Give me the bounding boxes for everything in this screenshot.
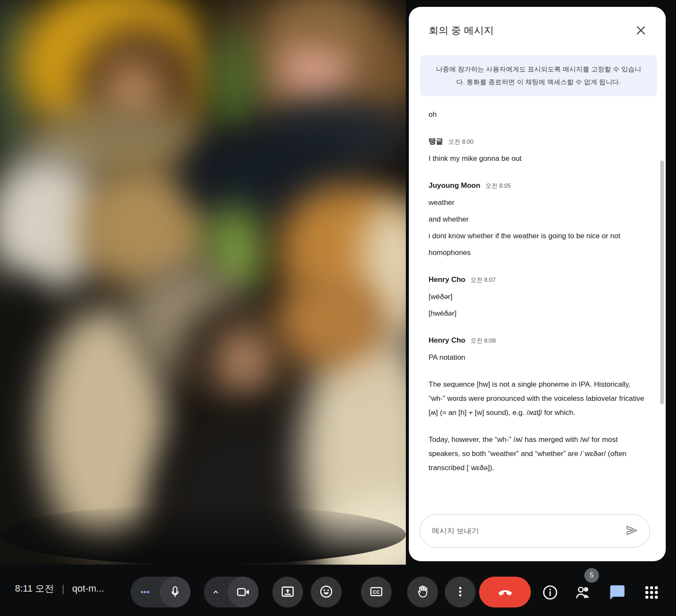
message-header: Juyoung Moon오전 8:05 [429,178,647,193]
hang-up-button[interactable] [479,577,531,607]
message-text: PA notation [429,350,647,364]
sender-name: Juyoung Moon [429,181,480,190]
more-options-button[interactable] [445,577,476,607]
clock-time: 8:11 오전 [15,582,54,595]
send-icon [624,523,639,539]
voice-activity-dots-icon [131,587,160,597]
message-header: Henry Cho오전 8:08 [429,333,647,348]
microphone-button[interactable] [131,577,191,607]
sender-name: Henry Cho [429,336,465,344]
message-text: Today, however, the “wh-” /ʍ/ has merged… [429,432,647,475]
chat-icon [609,584,626,602]
message-input-container [420,514,650,548]
video-blur-shape [274,274,385,368]
sender-name: 탱글 [429,137,443,145]
chat-panel: 회의 중 메시지 나중에 참가하는 사용자에게도 표시되도록 메시지를 고정할 … [409,7,666,561]
message-group: 탱글오전 8:00I think my mike gonna be out [429,134,647,166]
close-icon [635,24,647,38]
separator: | [62,583,64,595]
message-text: i dont know whether if the weather is go… [429,229,647,243]
meeting-info: 8:11 오전 | qot-m... [15,561,104,616]
message-group: Henry Cho오전 8:07[wéðər][hwéðər] [429,272,647,320]
message-time: 오전 8:07 [471,276,496,283]
message-time: 오전 8:00 [448,138,473,145]
present-screen-button[interactable] [272,577,303,607]
participants-button[interactable] [570,580,596,606]
video-blur-shape [214,325,274,398]
emoji-icon [319,584,334,600]
control-bar: 8:11 오전 | qot-m... [0,561,676,616]
people-icon [574,583,592,603]
video-bottom-fade [0,505,406,565]
info-icon [542,584,559,602]
message-header: 탱글오전 8:00 [429,134,647,149]
message-group: oh [429,107,647,121]
chat-scrollbar[interactable] [660,160,664,404]
message-time: 오전 8:05 [485,182,511,189]
hang-up-icon [497,583,513,601]
chevron-up-icon [204,586,228,598]
message-input[interactable] [432,527,622,536]
message-text: I think my mike gonna be out [429,151,647,166]
svg-text:CC: CC [373,589,380,594]
message-group: Henry Cho오전 8:08PA notation [429,333,647,364]
close-chat-button[interactable] [633,23,649,38]
chat-button[interactable] [605,580,630,606]
emoji-reactions-button[interactable] [311,577,342,607]
message-group: The sequence [hw] is not a single phonem… [429,377,647,420]
captions-icon: CC [369,584,384,600]
message-text: and whether [429,212,647,226]
more-vertical-icon [454,585,467,599]
apps-grid-icon [643,584,660,602]
video-blur-shape [212,30,259,141]
message-group: Today, however, the “wh-” /ʍ/ has merged… [429,432,647,475]
chat-panel-title: 회의 중 메시지 [429,24,650,37]
camera-button[interactable] [204,577,259,607]
meeting-details-button[interactable] [537,580,563,606]
message-time: 오전 8:08 [471,337,496,344]
message-text: weather [429,195,647,210]
message-text: The sequence [hw] is not a single phonem… [429,377,647,420]
message-text: [hwéðər] [429,306,647,320]
message-text: homophones [429,246,647,260]
chat-header: 회의 중 메시지 [409,7,666,37]
raise-hand-icon [415,584,430,600]
camera-icon [228,577,259,607]
message-text: [wéðər] [429,290,647,304]
message-header: Henry Cho오전 8:07 [429,272,647,287]
video-grid [0,0,406,565]
microphone-icon [160,577,191,607]
apps-grid-button[interactable] [639,580,664,606]
meeting-code: qot-m... [72,583,104,594]
message-text: oh [429,107,647,121]
pin-notice-banner: 나중에 참가하는 사용자에게도 표시되도록 메시지를 고정할 수 있습니다. 통… [420,55,657,96]
message-list: oh탱글오전 8:00I think my mike gonna be outJ… [409,107,666,475]
sender-name: Henry Cho [429,275,465,284]
send-message-button[interactable] [622,521,641,540]
present-screen-icon [280,584,295,600]
captions-button[interactable]: CC [361,577,392,607]
raise-hand-button[interactable] [407,577,438,607]
message-group: Juyoung Moon오전 8:05weatherand whetheri d… [429,178,647,260]
meet-window: 회의 중 메시지 나중에 참가하는 사용자에게도 표시되도록 메시지를 고정할 … [0,0,676,616]
participant-count-badge: 5 [584,568,599,583]
